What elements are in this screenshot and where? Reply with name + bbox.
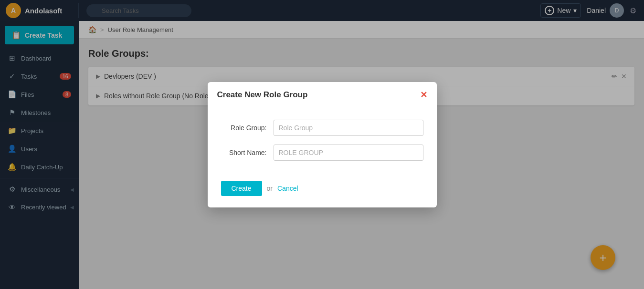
or-text: or (267, 185, 273, 192)
modal-footer: Create or Cancel (208, 181, 437, 207)
create-button[interactable]: Create (221, 181, 262, 196)
create-role-group-modal: Create New Role Group ✕ Role Group: Shor… (208, 82, 437, 207)
role-group-label: Role Group: (221, 124, 274, 132)
short-name-input[interactable] (274, 144, 423, 161)
modal-close-button[interactable]: ✕ (420, 90, 427, 100)
short-name-field-row: Short Name: (221, 144, 423, 161)
modal-title: Create New Role Group (217, 90, 308, 100)
role-group-field-row: Role Group: (221, 120, 423, 136)
role-group-input[interactable] (274, 120, 423, 136)
modal-body: Role Group: Short Name: (208, 108, 437, 181)
modal-header: Create New Role Group ✕ (208, 82, 437, 108)
cancel-button[interactable]: Cancel (277, 185, 298, 192)
modal-overlay: Create New Role Group ✕ Role Group: Shor… (0, 0, 644, 289)
short-name-label: Short Name: (221, 149, 274, 156)
